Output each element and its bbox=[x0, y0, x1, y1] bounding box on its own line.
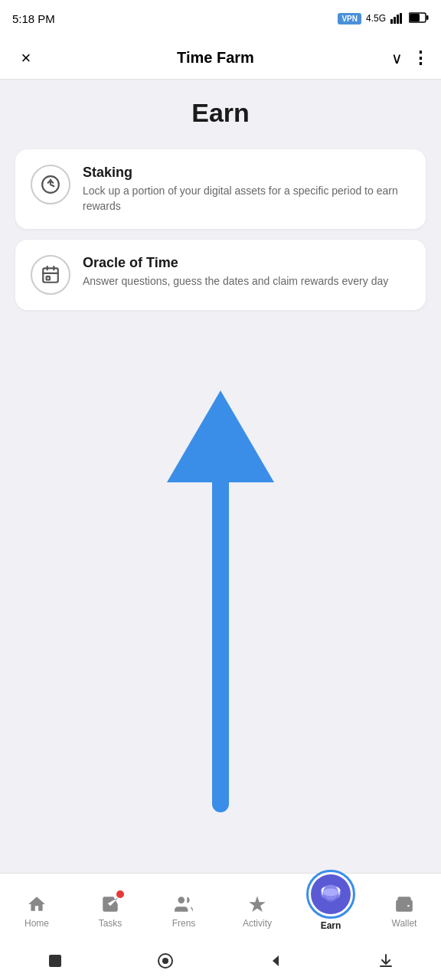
chevron-down-icon[interactable]: ∨ bbox=[391, 49, 403, 67]
home-label: Home bbox=[24, 918, 49, 929]
earn-label: Earn bbox=[321, 920, 341, 931]
staking-text: Staking Lock up a portion of your digita… bbox=[83, 165, 410, 214]
header-actions: ∨ ⋮ bbox=[391, 48, 429, 68]
tasks-label: Tasks bbox=[99, 918, 122, 929]
wallet-icon bbox=[394, 893, 415, 915]
nav-item-earn[interactable]: Earn bbox=[294, 885, 368, 931]
svg-rect-3 bbox=[400, 13, 402, 24]
svg-point-21 bbox=[323, 888, 338, 896]
close-button[interactable]: × bbox=[12, 48, 40, 68]
system-navigation bbox=[0, 942, 441, 980]
svg-rect-5 bbox=[410, 14, 420, 21]
svg-rect-12 bbox=[47, 276, 50, 279]
wallet-label: Wallet bbox=[392, 918, 417, 929]
svg-rect-8 bbox=[43, 269, 58, 283]
oracle-icon bbox=[31, 255, 70, 295]
activity-icon bbox=[247, 893, 268, 915]
vpn-badge: VPN bbox=[338, 13, 361, 24]
staking-description: Lock up a portion of your digital assets… bbox=[83, 184, 410, 214]
status-time: 5:18 PM bbox=[12, 12, 55, 25]
tasks-icon bbox=[100, 893, 121, 915]
home-icon bbox=[26, 893, 47, 915]
nav-item-wallet[interactable]: Wallet bbox=[368, 887, 441, 929]
frens-label: Frens bbox=[172, 918, 196, 929]
svg-rect-1 bbox=[394, 17, 396, 24]
sys-download-button[interactable] bbox=[374, 949, 398, 973]
bottom-navigation: Home Tasks Frens Activity bbox=[0, 873, 441, 942]
svg-point-24 bbox=[162, 958, 168, 964]
staking-card[interactable]: Staking Lock up a portion of your digita… bbox=[15, 149, 426, 229]
oracle-title: Oracle of Time bbox=[83, 255, 388, 271]
sys-home-button[interactable] bbox=[153, 949, 178, 973]
svg-rect-6 bbox=[426, 15, 429, 20]
nav-item-home[interactable]: Home bbox=[0, 887, 74, 929]
sys-back-button[interactable] bbox=[263, 949, 288, 973]
app-header: × Time Farm ∨ ⋮ bbox=[0, 37, 441, 80]
main-content: Earn Staking Lock up a portion of your d… bbox=[0, 80, 441, 873]
status-icons: VPN 4.5G bbox=[338, 12, 429, 25]
battery-icon bbox=[409, 12, 429, 25]
signal-icon bbox=[390, 13, 404, 24]
activity-label: Activity bbox=[243, 918, 272, 929]
oracle-text: Oracle of Time Answer questions, guess t… bbox=[83, 255, 388, 289]
svg-marker-25 bbox=[273, 956, 279, 966]
earn-circle[interactable] bbox=[306, 870, 355, 919]
page-title: Earn bbox=[15, 98, 426, 128]
svg-rect-0 bbox=[390, 19, 393, 24]
nav-item-tasks[interactable]: Tasks bbox=[74, 887, 147, 929]
app-title: Time Farm bbox=[177, 49, 254, 67]
svg-rect-22 bbox=[49, 955, 61, 967]
nav-item-frens[interactable]: Frens bbox=[147, 887, 220, 929]
tasks-badge bbox=[116, 890, 124, 898]
signal-text: 4.5G bbox=[366, 13, 386, 24]
oracle-description: Answer questions, guess the dates and cl… bbox=[83, 274, 388, 289]
svg-rect-2 bbox=[397, 15, 399, 24]
staking-title: Staking bbox=[83, 165, 410, 181]
oracle-card[interactable]: Oracle of Time Answer questions, guess t… bbox=[15, 240, 426, 310]
frens-icon bbox=[173, 893, 194, 915]
staking-icon bbox=[31, 165, 70, 204]
earn-inner-icon bbox=[311, 874, 351, 914]
more-options-button[interactable]: ⋮ bbox=[412, 48, 429, 68]
sys-square-button[interactable] bbox=[43, 949, 67, 973]
status-bar: 5:18 PM VPN 4.5G bbox=[0, 0, 441, 37]
nav-item-activity[interactable]: Activity bbox=[220, 887, 294, 929]
